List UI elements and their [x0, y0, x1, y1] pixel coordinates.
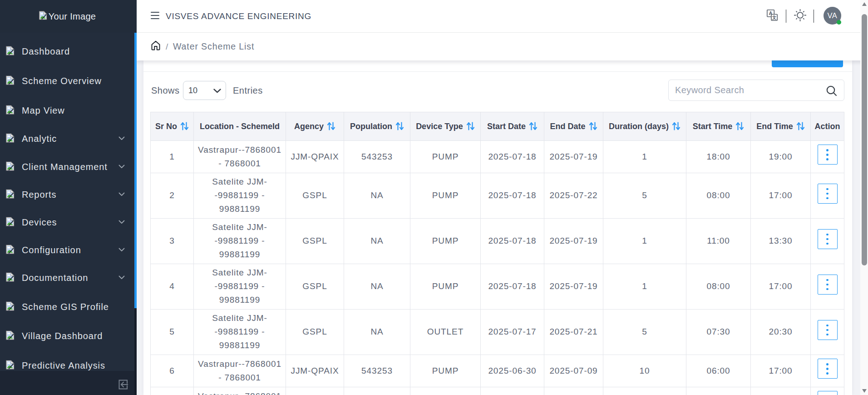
svg-text:文: 文 [772, 15, 777, 20]
